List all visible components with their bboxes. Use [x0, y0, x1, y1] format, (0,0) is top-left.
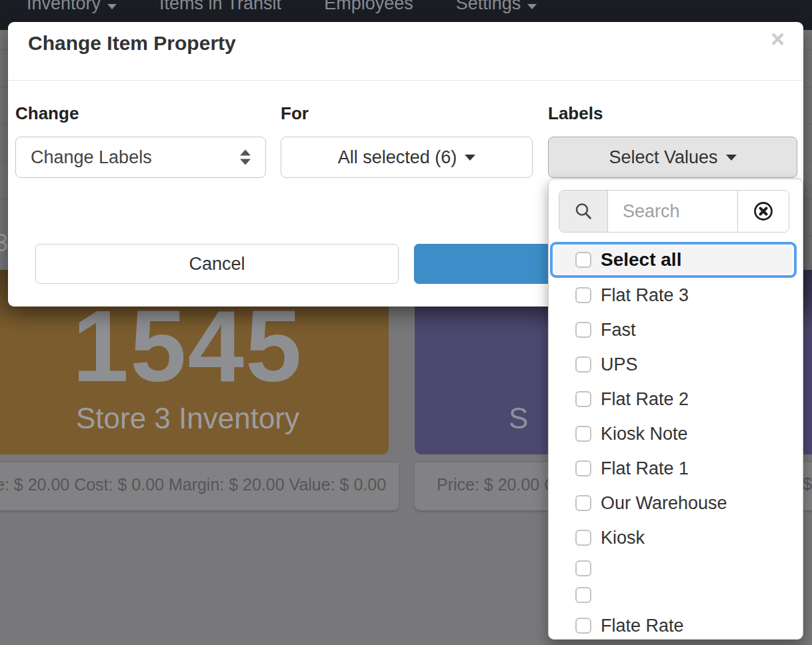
for-dropdown-button[interactable]: All selected (6): [281, 137, 533, 178]
dropdown-option[interactable]: Kiosk: [549, 520, 803, 555]
chevron-down-icon: [527, 4, 537, 9]
option-label: Flat Rate 2: [601, 389, 689, 410]
option-label: UPS: [601, 354, 638, 375]
circle-x-icon: [753, 201, 774, 222]
option-label: Fast: [601, 320, 636, 340]
header-divider: [8, 80, 803, 81]
chevron-down-icon: [107, 4, 117, 9]
option-checkbox[interactable]: [575, 495, 591, 511]
for-field-label: For: [281, 103, 309, 124]
dropdown-option[interactable]: Flat Rate 3: [549, 278, 803, 313]
dropdown-option[interactable]: [549, 582, 803, 608]
option-checkbox[interactable]: [575, 587, 591, 603]
select-all-option[interactable]: Select all: [550, 242, 797, 278]
dropdown-option[interactable]: Fast: [549, 313, 803, 347]
card-footer: e: $ 20.00 Cost: $ 0.00 Margin: $ 20.00 …: [0, 462, 399, 510]
option-checkbox[interactable]: [575, 426, 591, 442]
dropdown-option[interactable]: Flat Rate 2: [549, 382, 803, 416]
option-checkbox[interactable]: [575, 530, 591, 546]
price-summary-text: e: $ 20.00 Cost: $ 0.00 Margin: $ 20.00 …: [0, 475, 386, 494]
nav-item[interactable]: Inventory: [27, 0, 117, 14]
dropdown-option[interactable]: Kiosk Note: [549, 416, 803, 451]
select-arrows-icon: [240, 150, 251, 165]
price-text-fragment: $: [803, 474, 812, 494]
labels-field-label: Labels: [548, 103, 603, 124]
caret-down-icon: [465, 155, 475, 161]
screen: InventoryItems in TransitEmployeesSettin…: [0, 0, 812, 645]
dropdown-option[interactable]: Our Warehouse: [549, 486, 803, 520]
search-icon: [574, 202, 593, 221]
change-property-select[interactable]: Change Labels: [15, 137, 266, 178]
cancel-button[interactable]: Cancel: [35, 244, 399, 284]
nav-item[interactable]: Employees: [324, 0, 413, 14]
clear-search-button[interactable]: [737, 191, 789, 232]
modal-title: Change Item Property: [28, 32, 236, 55]
dropdown-option[interactable]: Flate Rate: [549, 608, 803, 643]
price-summary-text: Price: $ 20.00 C: [437, 475, 556, 494]
option-label: Flate Rate: [601, 616, 684, 636]
label-options-list: Flat Rate 3 Fast UPS Flat Rate 2 Kiosk N…: [549, 278, 803, 643]
change-select-value: Change Labels: [31, 147, 152, 168]
nav-item-label: Employees: [324, 0, 413, 13]
labels-dropdown-panel: Select all Flat Rate 3 Fast UPS Flat Rat…: [548, 179, 803, 640]
cancel-button-label: Cancel: [189, 254, 245, 275]
nav-item-label: Settings: [456, 0, 521, 13]
nav-item-label: Items in Transit: [159, 0, 281, 13]
card-title: Store 3 Inventory: [0, 402, 389, 435]
option-label: Flat Rate 3: [601, 285, 689, 306]
dropdown-search-group: [559, 190, 789, 233]
clipped-background-number: 3: [0, 229, 8, 257]
select-values-label: Select Values: [609, 147, 717, 168]
nav-item[interactable]: Items in Transit: [159, 0, 281, 14]
card-count: 1545: [0, 295, 389, 396]
change-field-label: Change: [15, 103, 79, 124]
nav-item[interactable]: Settings: [456, 0, 537, 14]
option-label: Our Warehouse: [601, 493, 727, 514]
option-label: Kiosk: [601, 528, 645, 548]
dropdown-option[interactable]: [549, 555, 803, 582]
search-addon: [559, 191, 608, 232]
option-checkbox[interactable]: [575, 460, 591, 476]
option-checkbox[interactable]: [575, 287, 591, 303]
select-values-button[interactable]: Select Values: [548, 137, 797, 178]
close-icon[interactable]: ×: [771, 27, 785, 51]
nav-item-label: Inventory: [27, 0, 101, 13]
select-all-checkbox[interactable]: [575, 252, 591, 268]
for-dropdown-value: All selected (6): [338, 147, 457, 168]
option-checkbox[interactable]: [575, 618, 591, 634]
option-checkbox[interactable]: [575, 322, 591, 338]
dropdown-option[interactable]: UPS: [549, 347, 803, 382]
option-checkbox[interactable]: [575, 391, 591, 407]
option-label: Kiosk Note: [601, 424, 688, 444]
dropdown-option[interactable]: Flat Rate 1: [549, 451, 803, 486]
select-all-label: Select all: [601, 249, 681, 271]
caret-down-icon: [726, 155, 737, 161]
option-checkbox[interactable]: [575, 560, 591, 576]
nav-items: InventoryItems in TransitEmployeesSettin…: [27, 0, 537, 14]
search-input[interactable]: [608, 191, 737, 232]
option-label: Flat Rate 1: [601, 458, 689, 479]
option-checkbox[interactable]: [575, 356, 591, 372]
